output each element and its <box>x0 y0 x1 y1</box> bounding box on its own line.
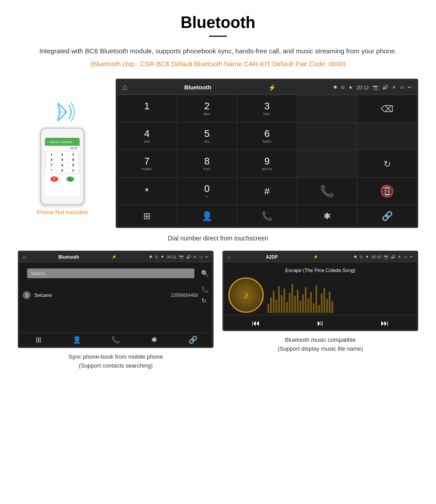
prev-btn[interactable]: ⏮ <box>252 319 260 328</box>
phonebook-bottom-bar: ⊞ 👤 📞 ✱ 🔗 <box>19 332 212 347</box>
dial-call-btn[interactable]: 📞 <box>297 178 357 205</box>
phone-key: 3 <box>68 152 78 157</box>
dial-display <box>297 95 357 122</box>
dialpad-nav-link[interactable]: 🔗 <box>357 205 417 227</box>
phone-screen: + Add to Contacts M:20 1 2 3 4 5 6 7 8 9… <box>45 138 80 196</box>
music-container: ⌂ A2DP ⚡ ✱ ⊙ ▼ 20:15 📷 🔊 ✕ ▭ ↩ <box>222 251 418 370</box>
pb-refresh-icon[interactable]: ↻ <box>202 297 209 304</box>
vis-bar <box>286 302 288 313</box>
phone-key: 2 <box>57 152 67 157</box>
dial-key-4[interactable]: 4 GHI <box>117 123 177 150</box>
phonebook-topbar: ⌂ Bluetooth ⚡ ✱ ⊙ ▼ 20:11 📷 🔊 ✕ ▭ ↩ <box>19 252 212 262</box>
music-title-bar: A2DP <box>266 255 278 260</box>
pb-nav-contacts[interactable]: 👤 <box>58 336 97 344</box>
location-icon: ⊙ <box>341 84 345 90</box>
search-icon[interactable]: 🔍 <box>201 270 209 277</box>
phone-key: 1 <box>46 152 57 157</box>
phonebook-search-row: Search 🔍 <box>19 262 212 284</box>
vis-bar <box>302 294 304 313</box>
bluetooth-status-icon: ✱ <box>333 84 337 90</box>
phonebook-spacer <box>19 306 212 332</box>
dial-backspace-btn[interactable]: ⌫ <box>357 95 417 122</box>
phonebook-actions: 📞 ↻ <box>198 286 209 304</box>
vis-bar <box>329 292 331 313</box>
dial-key-8[interactable]: 8 TUV <box>177 150 237 177</box>
dial-key-7[interactable]: 7 PQRS <box>117 150 177 177</box>
vis-bar <box>310 292 312 313</box>
dial-key-0[interactable]: 0 + <box>177 178 237 205</box>
next-btn[interactable]: ⏭ <box>381 319 389 328</box>
vis-bar <box>313 303 315 313</box>
pb-call-icon[interactable]: 📞 <box>202 286 209 293</box>
vis-bar <box>318 305 320 313</box>
music-cam-icon: 📷 <box>384 255 388 259</box>
pb-bt-icon: ✱ <box>149 255 153 259</box>
music-bt-icon: ✱ <box>354 255 357 259</box>
vis-bar <box>273 291 275 313</box>
main-screen-caption: Dial number direct from touchscreen <box>18 235 418 242</box>
music-note-icon: ♪ <box>243 289 249 301</box>
pb-usb-icon: ⚡ <box>112 255 117 259</box>
dial-empty-2 <box>357 123 417 150</box>
wifi-icon: ▼ <box>348 85 353 90</box>
vis-bar <box>270 297 272 313</box>
music-x-icon: ✕ <box>398 255 401 259</box>
contact-name: Seicane <box>34 292 171 298</box>
page-container: Bluetooth Integrated with BC6 Bluetooth … <box>0 0 436 394</box>
pb-vol-icon: 🔊 <box>186 255 191 259</box>
pb-nav-grid[interactable]: ⊞ <box>19 336 58 344</box>
dialpad-nav-contacts[interactable]: 👤 <box>177 205 237 227</box>
pb-status-icons: ✱ ⊙ ▼ 20:11 📷 🔊 ✕ ▭ ↩ <box>149 255 209 259</box>
vis-bar <box>294 296 296 313</box>
dialpad-nav-calls[interactable]: 📞 <box>237 205 297 227</box>
song-title: Escape (The Pina Colada Song) <box>285 268 355 273</box>
car-screen-title: Bluetooth <box>184 84 211 91</box>
dialpad-nav-bluetooth[interactable]: ✱ <box>297 205 357 227</box>
music-win-icon: ▭ <box>404 255 408 259</box>
dial-key-1[interactable]: 1 ⁻ <box>117 95 177 122</box>
pb-nav-phone[interactable]: 📞 <box>97 336 135 344</box>
specs-line: (Bluetooth chip : CSR BC6 Default Blueto… <box>18 60 418 68</box>
vis-bar <box>307 298 309 313</box>
music-topbar: ⌂ A2DP ⚡ ✱ ⊙ ▼ 20:15 📷 🔊 ✕ ▭ ↩ <box>224 252 417 262</box>
pb-loc-icon: ⊙ <box>155 255 158 259</box>
vis-bar <box>331 301 333 313</box>
vis-bar <box>321 293 323 313</box>
phonebook-search-bar[interactable]: Search <box>27 268 194 278</box>
dial-key-hash[interactable]: # <box>237 178 297 205</box>
phone-key: 0 <box>57 168 67 173</box>
dial-key-3[interactable]: 3 DEF <box>237 95 297 122</box>
dial-key-star[interactable]: * <box>117 178 177 205</box>
dial-key-5[interactable]: 5 JKL <box>177 123 237 150</box>
contact-item[interactable]: S Seicane 13566664466 <box>23 289 198 301</box>
music-caption: Bluetooth music compatible (Support disp… <box>222 336 418 353</box>
phone-key: 4 <box>46 157 57 162</box>
back-icon: ↩ <box>408 84 412 90</box>
main-section: + Add to Contacts M:20 1 2 3 4 5 6 7 8 9… <box>18 79 418 228</box>
pb-nav-link[interactable]: 🔗 <box>174 336 212 344</box>
music-home-icon: ⌂ <box>227 254 230 260</box>
usb-icon: ⚡ <box>268 84 276 91</box>
contact-initial: S <box>23 291 31 299</box>
pb-time: 20:11 <box>166 255 177 259</box>
description: Integrated with BC6 Bluetooth module, su… <box>18 46 418 56</box>
music-wifi-icon: ▼ <box>365 255 369 259</box>
vis-bar <box>326 299 328 313</box>
window-icon: ▭ <box>400 84 404 90</box>
dial-key-2[interactable]: 2 ABC <box>177 95 237 122</box>
phone-key: 9 <box>68 163 78 168</box>
music-back-icon: ↩ <box>410 255 413 259</box>
dial-refresh-btn[interactable]: ↻ <box>357 150 417 177</box>
pb-nav-bt[interactable]: ✱ <box>135 336 174 344</box>
vis-bar <box>275 300 277 313</box>
music-media-area: ♪ <box>224 276 417 315</box>
dial-key-6[interactable]: 6 MNO <box>237 123 297 150</box>
pb-title: Bluetooth <box>58 255 79 260</box>
dial-key-9[interactable]: 9 WXYZ <box>237 150 297 177</box>
dialpad-nav-grid[interactable]: ⊞ <box>117 205 177 227</box>
phone-key: 8 <box>57 163 67 168</box>
play-pause-btn[interactable]: ⏯ <box>316 319 324 328</box>
pb-cam-icon: 📷 <box>179 255 184 259</box>
dial-end-btn[interactable]: 📵 <box>357 178 417 205</box>
music-usb-icon: ⚡ <box>313 255 318 259</box>
